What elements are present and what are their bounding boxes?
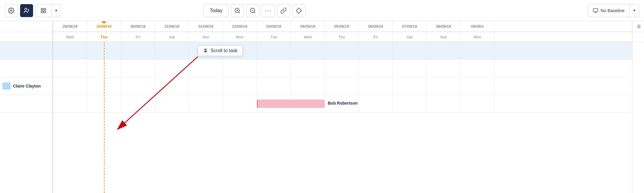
- svg-rect-17: [594, 9, 598, 12]
- grid-row-2: [53, 60, 632, 77]
- grid-row-claire: [53, 77, 632, 95]
- baseline-label: No Baseline: [601, 8, 625, 13]
- bob-task-bar[interactable]: [257, 100, 325, 108]
- day-wed2: Wed: [291, 32, 325, 42]
- scroll-to-task-label: Scroll to task: [211, 48, 238, 53]
- day-thu: Thu: [87, 32, 121, 42]
- claire-bar-indicator: [2, 83, 11, 90]
- day-tue: Tue: [257, 32, 291, 42]
- baseline-split-button[interactable]: No Baseline ▾: [588, 4, 639, 17]
- zoom-out-button[interactable]: [246, 4, 259, 17]
- date-cell-09sep: 09/09/1: [461, 21, 495, 32]
- settings-button[interactable]: [5, 4, 18, 17]
- claire-name-label: Claire Clayton: [13, 84, 41, 88]
- grid-row-1: [53, 42, 632, 60]
- baseline-split-arrow[interactable]: ▾: [630, 4, 639, 17]
- date-cell-30aug: 30/08/19: [121, 21, 155, 32]
- date-cell-28aug: 28/08/19: [53, 21, 87, 32]
- diamond-button[interactable]: [292, 4, 305, 17]
- scroll-to-task-icon: [203, 48, 208, 53]
- svg-line-10: [239, 12, 240, 13]
- day-thu2: Thu: [325, 32, 359, 42]
- day-wed1: Wed: [53, 32, 87, 42]
- person-filter-button[interactable]: [20, 4, 33, 17]
- day-fri: Fri: [121, 32, 155, 42]
- date-cell-04sep: 04/09/19: [291, 21, 325, 32]
- toolbar-center: Today ···: [203, 4, 305, 17]
- today-line: [104, 42, 105, 193]
- scroll-to-task-tooltip[interactable]: Scroll to task: [198, 45, 243, 56]
- svg-point-0: [10, 10, 12, 11]
- date-cell-07sep: 07/09/19: [393, 21, 427, 32]
- toolbar-left: ▾: [5, 4, 61, 17]
- view-split-main[interactable]: [36, 4, 51, 17]
- day-sun: Sun: [189, 32, 223, 42]
- svg-marker-16: [296, 8, 301, 13]
- svg-rect-6: [44, 8, 46, 10]
- svg-point-1: [25, 8, 27, 10]
- bob-name-label: Bob Robertson: [328, 101, 358, 105]
- view-split-arrow[interactable]: ▾: [51, 4, 61, 17]
- date-cell-31aug: 31/08/19: [155, 21, 189, 32]
- date-cell-29aug: 29/08/19: [87, 21, 121, 32]
- toolbar: ▾ Today ···: [0, 0, 644, 21]
- view-split-button[interactable]: ▾: [35, 4, 61, 17]
- date-cell-01sep: 01/09/19: [189, 21, 223, 32]
- svg-rect-5: [41, 8, 43, 10]
- day-sat2: Sat: [393, 32, 427, 42]
- toolbar-right: No Baseline ▾: [588, 4, 639, 17]
- link-button[interactable]: [277, 4, 290, 17]
- svg-rect-7: [41, 11, 43, 13]
- svg-rect-8: [44, 11, 46, 13]
- today-button[interactable]: Today: [203, 4, 229, 17]
- grid-menu-icon[interactable]: [636, 24, 641, 29]
- date-cell-02sep: 02/09/19: [223, 21, 257, 32]
- zoom-in-button[interactable]: [231, 4, 244, 17]
- date-cell-03sep: 03/09/19: [257, 21, 291, 32]
- day-mon2: Mon: [461, 32, 495, 42]
- baseline-split-main[interactable]: No Baseline: [588, 4, 630, 17]
- day-fri2: Fri: [359, 32, 393, 42]
- day-mon: Mon: [223, 32, 257, 42]
- more-button[interactable]: ···: [262, 4, 275, 17]
- date-cell-06sep: 06/09/19: [359, 21, 393, 32]
- svg-line-14: [254, 12, 255, 13]
- date-cell-08sep: 08/09/19: [427, 21, 461, 32]
- day-sat: Sat: [155, 32, 189, 42]
- day-sun2: Sun: [427, 32, 461, 42]
- date-cell-05sep: 05/09/19: [325, 21, 359, 32]
- gantt-container: 28/08/19 29/08/19 30/08/19 31/08/19 01/0…: [0, 21, 644, 193]
